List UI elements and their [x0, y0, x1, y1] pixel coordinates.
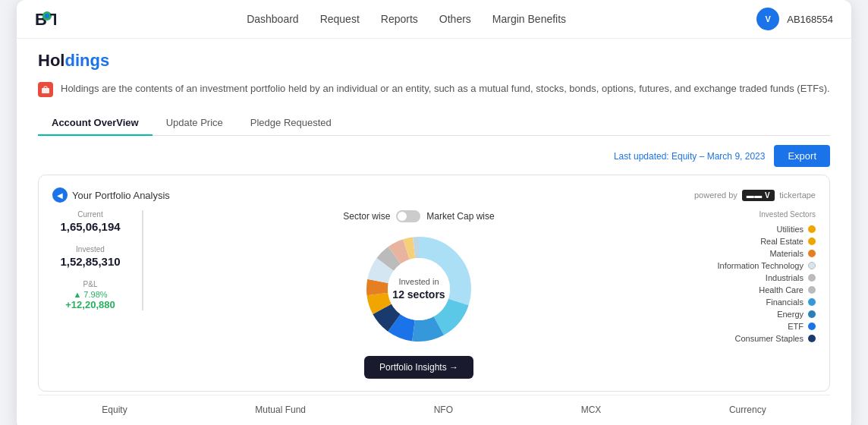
nav-dashboard[interactable]: Dashboard — [247, 13, 299, 25]
legend-item-etf: ETF — [694, 322, 816, 331]
bottom-tab-mcx[interactable]: MCX — [572, 401, 611, 418]
legend-item-industrials: Industrials — [694, 273, 816, 282]
legend-label-real-estate: Real Estate — [760, 237, 804, 246]
portfolio-stats: Current 1,65,06,194 Invested 1,52,85,310… — [52, 210, 143, 310]
legend-item-utilities: Utilities — [694, 225, 816, 234]
legend-dot-it — [808, 262, 816, 269]
legend-dot-materials — [808, 250, 816, 257]
legend-label-consumer-staples: Consumer Staples — [735, 334, 804, 343]
current-value: 1,65,06,194 — [52, 220, 128, 233]
nav-margin-benefits[interactable]: Margin Benefits — [492, 13, 566, 25]
portfolio-insights-button[interactable]: Portfolio Insights → — [364, 356, 473, 379]
legend-dot-energy — [808, 310, 816, 318]
header-right: V AB168554 — [756, 8, 833, 30]
legend-dot-real-estate — [808, 238, 816, 245]
main-nav: Dashboard Request Reports Others Margin … — [247, 13, 566, 25]
legend-item-real-estate: Real Estate — [694, 237, 816, 246]
tickertape-brand: powered by ▬▬ V tickertape — [694, 190, 816, 201]
avatar: V — [756, 8, 779, 30]
bottom-tab-mutual-fund[interactable]: Mutual Fund — [246, 401, 315, 418]
invested-label: Invested — [52, 245, 128, 253]
legend-label-utilities: Utilities — [777, 225, 804, 234]
back-icon[interactable]: ◀ — [52, 187, 68, 203]
page-title: Holdings — [38, 51, 830, 71]
sector-wise-label: Sector wise — [343, 211, 390, 222]
legend-dot-etf — [808, 323, 816, 330]
pnl-label: P&L — [52, 280, 128, 288]
market-cap-wise-label: Market Cap wise — [426, 211, 494, 222]
sector-legend: Invested Sectors Utilities Real Estate M… — [694, 210, 816, 343]
pnl-percent: ▲ 7.98% — [52, 290, 128, 299]
svg-point-2 — [45, 14, 49, 18]
svg-text:T: T — [50, 10, 56, 29]
portfolio-card: ◀ Your Portfolio Analysis powered by ▬▬ … — [38, 175, 830, 392]
page-content: Holdings Holdings are the contents of an… — [17, 39, 851, 425]
bottom-tab-nfo[interactable]: NFO — [425, 401, 462, 418]
tickertape-label: tickertape — [779, 190, 816, 200]
nav-reports[interactable]: Reports — [381, 13, 418, 25]
tabs: Account OverView Update Price Pledge Req… — [38, 111, 830, 136]
logo-icon: B T — [35, 8, 56, 30]
pnl-stat: P&L ▲ 7.98% +12,20,880 — [52, 280, 128, 310]
toggle-switch[interactable] — [396, 210, 420, 222]
legend-label-energy: Energy — [777, 310, 804, 319]
legend-dot-industrials — [808, 274, 816, 282]
legend-item-it: Information Technology — [694, 261, 816, 270]
invested-stat: Invested 1,52,85,310 — [52, 245, 128, 268]
last-updated: Last updated: Equity – March 9, 2023 — [614, 151, 765, 162]
briefcase-icon — [38, 82, 53, 97]
info-banner: Holdings are the contents of an investme… — [38, 81, 830, 97]
legend-dot-consumer-staples — [808, 335, 816, 342]
legend-label-financials: Financials — [766, 298, 804, 307]
tickertape-logo: ▬▬ V — [742, 190, 775, 201]
nav-request[interactable]: Request — [320, 13, 360, 25]
legend-item-healthcare: Health Care — [694, 285, 816, 294]
legend-dot-healthcare — [808, 286, 816, 294]
portfolio-header: ◀ Your Portfolio Analysis powered by ▬▬ … — [52, 187, 816, 203]
portfolio-body: Current 1,65,06,194 Invested 1,52,85,310… — [52, 210, 816, 379]
donut-center-label: Invested in 12 sectors — [392, 276, 445, 303]
bottom-tab-currency[interactable]: Currency — [720, 401, 775, 418]
legend-label-materials: Materials — [769, 249, 804, 258]
current-stat: Current 1,65,06,194 — [52, 210, 128, 233]
legend-dot-financials — [808, 298, 816, 306]
donut-chart: Invested in 12 sectors — [358, 228, 480, 350]
nav-others[interactable]: Others — [439, 13, 471, 25]
chart-area: Sector wise Market Cap wise — [159, 210, 679, 379]
current-label: Current — [52, 210, 128, 219]
legend-item-materials: Materials — [694, 249, 816, 258]
portfolio-analysis-label: Your Portfolio Analysis — [72, 190, 170, 201]
pnl-value: +12,20,880 — [52, 299, 128, 310]
header: B T Dashboard Request Reports Others Mar… — [17, 0, 851, 39]
legend-title: Invested Sectors — [694, 210, 816, 219]
invested-value: 1,52,85,310 — [52, 255, 128, 268]
legend-label-industrials: Industrials — [766, 273, 804, 282]
legend-item-consumer-staples: Consumer Staples — [694, 334, 816, 343]
portfolio-nav-label: ◀ Your Portfolio Analysis — [52, 187, 170, 203]
legend-label-healthcare: Health Care — [759, 285, 804, 294]
sector-toggle: Sector wise Market Cap wise — [343, 210, 494, 222]
legend-item-financials: Financials — [694, 298, 816, 307]
tab-update-price[interactable]: Update Price — [153, 111, 237, 136]
legend-dot-utilities — [808, 225, 816, 233]
export-button[interactable]: Export — [774, 145, 830, 167]
tab-pledge-requested[interactable]: Pledge Requested — [237, 111, 345, 136]
svg-rect-4 — [42, 88, 49, 93]
logo: B T — [35, 8, 56, 30]
bottom-tab-equity[interactable]: Equity — [93, 401, 136, 418]
legend-label-etf: ETF — [788, 322, 804, 331]
legend-label-it: Information Technology — [717, 261, 804, 270]
powered-by-label: powered by — [694, 190, 737, 200]
toolbar-row: Last updated: Equity – March 9, 2023 Exp… — [38, 145, 830, 167]
bottom-tabs: Equity Mutual Fund NFO MCX Currency — [38, 395, 830, 418]
user-id: AB168554 — [787, 14, 833, 25]
info-text: Holdings are the contents of an investme… — [61, 81, 830, 96]
tab-account-overview[interactable]: Account OverView — [38, 111, 153, 136]
legend-item-energy: Energy — [694, 310, 816, 319]
